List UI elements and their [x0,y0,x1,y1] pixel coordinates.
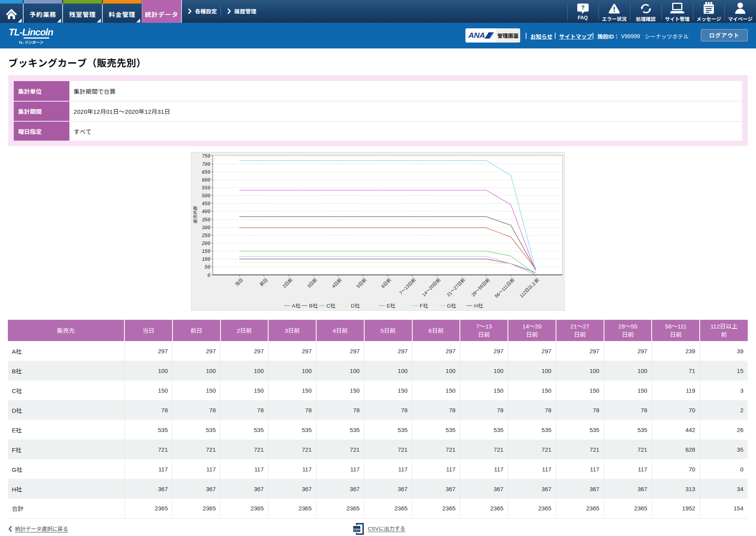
svg-text:CSV: CSV [353,528,360,531]
svg-text:250: 250 [202,233,210,239]
svg-text:300: 300 [202,225,210,231]
svg-text:3日前: 3日前 [306,277,318,289]
svg-text:400: 400 [202,209,210,215]
svg-text:21～27日前: 21～27日前 [446,277,466,297]
svg-text:4日前: 4日前 [331,277,343,289]
svg-text:550: 550 [202,185,210,191]
svg-text:D社: D社 [351,303,359,309]
svg-text:5日前: 5日前 [356,277,367,289]
svg-text:150: 150 [202,249,210,254]
svg-text:350: 350 [202,217,210,223]
svg-text:B社: B社 [309,303,318,309]
svg-text:700: 700 [202,162,210,167]
svg-text:14～20日前: 14～20日前 [421,277,441,297]
svg-text:6日前: 6日前 [380,277,392,289]
svg-text:112日以上前: 112日以上前 [519,277,540,299]
svg-text:2日前: 2日前 [282,277,293,289]
svg-text:G社: G社 [447,303,456,309]
svg-text:50: 50 [205,265,210,270]
svg-text:C社: C社 [326,303,335,309]
svg-text:販売件数: 販売件数 [193,206,198,224]
svg-text:650: 650 [202,170,210,175]
svg-text:H社: H社 [474,303,483,309]
svg-text:500: 500 [202,193,210,199]
svg-text:100: 100 [202,257,210,262]
svg-text:当日: 当日 [234,277,244,287]
svg-text:7～13日前: 7～13日前 [398,277,417,295]
svg-text:0: 0 [208,273,210,278]
svg-text:200: 200 [202,241,210,247]
svg-text:56～111日前: 56～111日前 [494,277,515,299]
svg-text:前日: 前日 [259,277,269,287]
svg-text:600: 600 [202,178,210,183]
svg-text:F社: F社 [420,303,428,309]
svg-text:E社: E社 [387,303,395,309]
svg-text:?: ? [581,4,585,11]
svg-text:A社: A社 [292,303,300,309]
svg-text:450: 450 [202,201,210,207]
svg-text:28～55日前: 28～55日前 [471,277,491,297]
svg-text:750: 750 [202,154,210,159]
